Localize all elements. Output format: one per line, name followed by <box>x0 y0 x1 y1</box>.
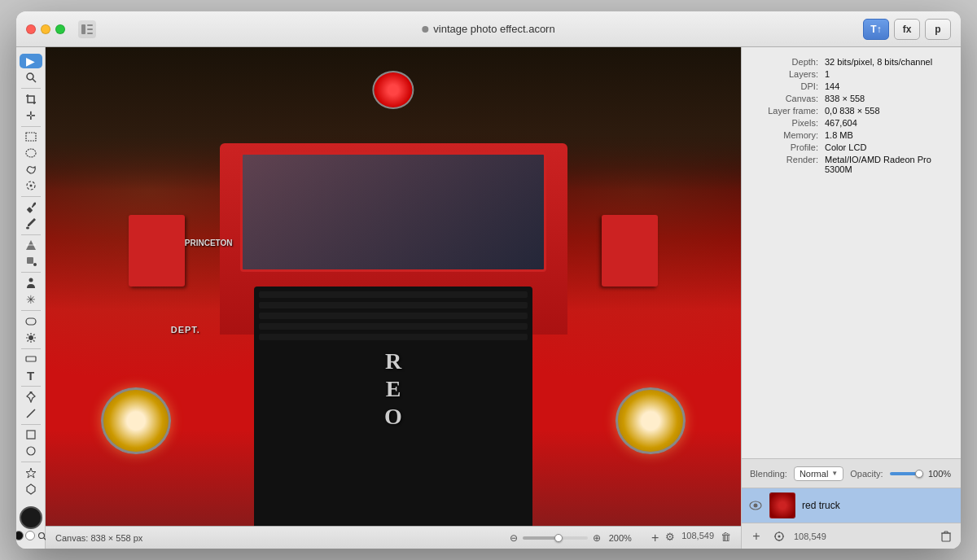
status-bar: Canvas: 838 × 558 px ⊖ ⊕ 200% + ⚙ 108,54… <box>46 526 741 549</box>
zoom-icon[interactable]: ⊖ <box>510 532 518 544</box>
layer-row[interactable]: red truck <box>742 488 961 523</box>
line-tool[interactable] <box>20 406 42 421</box>
toolbar-separator-8 <box>21 386 41 387</box>
delete-icon[interactable]: 🗑 <box>721 531 731 545</box>
oval-shape-tool[interactable] <box>20 314 42 329</box>
fx-button[interactable]: fx <box>894 19 920 40</box>
layers-label: Layers: <box>751 69 825 79</box>
opacity-thumb[interactable] <box>915 470 923 478</box>
opacity-slider[interactable] <box>890 472 922 475</box>
blending-bar: Blending: Normal ▼ Opacity: 100% <box>742 459 961 488</box>
polygon-shape-tool[interactable] <box>20 482 42 497</box>
memory-value: 1.8 MB <box>825 130 853 140</box>
transform-tool[interactable]: ✛ <box>20 108 42 123</box>
svg-point-31 <box>27 447 35 455</box>
eyedropper-tool[interactable] <box>20 200 42 215</box>
blending-mode-select[interactable]: Normal ▼ <box>794 466 843 481</box>
status-action-icons: + ⚙ 108,549 🗑 <box>651 531 731 545</box>
render-value: Metal/IO/AMD Radeon Pro 5300M <box>825 155 951 174</box>
paint-bucket-tool[interactable] <box>20 254 42 269</box>
memory-label: Memory: <box>751 130 825 140</box>
maximize-button[interactable] <box>55 24 65 34</box>
layer-visibility-toggle[interactable] <box>748 498 763 513</box>
layers-value: 1 <box>825 69 830 79</box>
svg-rect-0 <box>81 24 85 34</box>
blending-mode-value: Normal <box>800 469 828 479</box>
layer-count: 108,549 <box>681 531 714 545</box>
sidebar-toggle-button[interactable] <box>78 20 96 38</box>
toolbar-separator-5 <box>21 272 41 273</box>
pixels-label: Pixels: <box>751 118 825 128</box>
layer-thumb-inner <box>770 493 795 518</box>
toolbar-separator-10 <box>21 462 41 462</box>
add-layer-icon[interactable]: + <box>651 531 659 545</box>
settings-gear-icon[interactable]: ⚙ <box>665 531 675 545</box>
zoom-slider[interactable] <box>523 536 588 540</box>
layers-panel-button[interactable]: T↑ <box>863 19 889 40</box>
svg-line-29 <box>27 409 35 418</box>
canvas-row: Canvas: 838 × 558 <box>751 94 951 103</box>
brush-tool[interactable] <box>20 217 42 231</box>
depth-value: 32 bits/pixel, 8 bits/channel <box>825 57 932 67</box>
layers-bottom-bar: + 108,549 <box>742 523 961 549</box>
ellipse-select-tool[interactable] <box>20 146 42 160</box>
depth-label: Depth: <box>751 57 825 67</box>
zoom-in-icon[interactable]: ⊕ <box>593 532 601 544</box>
svg-rect-17 <box>26 318 36 325</box>
brightness-tool[interactable] <box>20 330 42 345</box>
add-layer-button[interactable]: + <box>748 528 765 545</box>
text-tool[interactable]: T <box>20 368 42 383</box>
circle-shape-tool[interactable] <box>20 444 42 458</box>
svg-rect-3 <box>87 33 93 34</box>
white-color-option[interactable] <box>25 531 35 540</box>
layers-section: Blending: Normal ▼ Opacity: 100% <box>742 458 961 549</box>
gradient-tool[interactable] <box>20 238 42 252</box>
person-tool[interactable] <box>20 276 42 291</box>
pen-tool[interactable] <box>20 390 42 405</box>
rect-select-tool[interactable] <box>20 129 42 144</box>
pixels-row: Pixels: 467,604 <box>751 118 951 128</box>
layer-pixel-count: 108,549 <box>794 532 826 541</box>
close-button[interactable] <box>26 24 36 34</box>
svg-line-25 <box>33 334 35 335</box>
svg-line-5 <box>33 79 36 82</box>
square-shape-tool[interactable] <box>20 427 42 442</box>
svg-line-23 <box>27 334 28 335</box>
pixels-value: 467,604 <box>825 118 857 128</box>
dpi-label: DPI: <box>751 81 825 91</box>
star-shape-tool[interactable] <box>20 466 42 480</box>
svg-point-39 <box>778 535 781 537</box>
zoom-tool[interactable] <box>20 70 42 85</box>
black-color-option[interactable] <box>16 531 24 540</box>
foreground-color-swatch[interactable] <box>20 506 42 529</box>
left-toolbar: ▶ ✛ <box>16 47 46 549</box>
minimize-button[interactable] <box>41 24 50 34</box>
svg-point-34 <box>38 533 44 539</box>
properties-button[interactable]: p <box>925 19 951 40</box>
svg-rect-10 <box>26 207 33 213</box>
svg-rect-30 <box>27 431 35 439</box>
rect-shape-tool[interactable] <box>20 352 42 366</box>
lasso-tool[interactable] <box>20 162 42 177</box>
file-name: vintage photo effect.acorn <box>433 23 554 35</box>
dpi-value: 144 <box>825 81 839 91</box>
layer-thumbnail <box>769 492 795 518</box>
arrow-tool[interactable]: ▶ <box>20 54 42 68</box>
canvas-wrapper[interactable]: R E O DEPT. PRINCETON <box>46 47 741 526</box>
layer-frame-value: 0,0 838 × 558 <box>825 106 880 116</box>
svg-line-26 <box>27 340 28 342</box>
crop-tool[interactable] <box>20 92 42 107</box>
canvas-label: Canvas: <box>751 94 825 103</box>
layer-frame-label: Layer frame: <box>751 106 825 116</box>
main-area: ▶ ✛ <box>16 47 961 549</box>
svg-point-9 <box>29 185 32 187</box>
effects-tool[interactable]: ✳ <box>20 292 42 307</box>
layer-settings-button[interactable] <box>771 528 787 545</box>
magic-lasso-tool[interactable] <box>20 178 42 193</box>
depth-row: Depth: 32 bits/pixel, 8 bits/channel <box>751 57 951 67</box>
file-modified-dot <box>422 26 428 33</box>
window-title: vintage photo effect.acorn <box>422 23 554 35</box>
layer-name: red truck <box>802 500 840 511</box>
zoom-thumb[interactable] <box>554 534 563 542</box>
delete-layer-button[interactable] <box>938 528 954 545</box>
